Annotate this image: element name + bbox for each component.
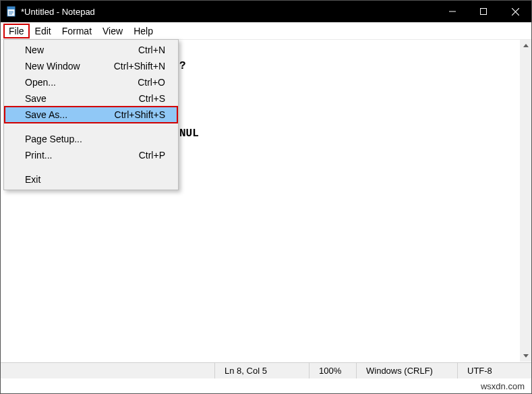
- status-encoding: UTF-8: [457, 363, 531, 378]
- status-line-ending: Windows (CRLF): [356, 363, 457, 378]
- menu-item-label: Print...: [25, 150, 52, 161]
- menu-item-label: New: [25, 45, 44, 55]
- menu-item-shortcut: Ctrl+O: [138, 77, 165, 88]
- window-title: *Untitled - Notepad: [21, 7, 437, 17]
- menu-view[interactable]: View: [97, 24, 128, 38]
- menubar: File Edit Format View Help: [1, 22, 531, 40]
- menu-item-label: Exit: [25, 174, 40, 185]
- menu-edit[interactable]: Edit: [30, 24, 57, 38]
- document-text-fragment: NUL: [179, 128, 199, 140]
- menu-item-shortcut: Ctrl+N: [138, 45, 165, 55]
- menu-item-label: Save: [25, 93, 47, 104]
- menu-file[interactable]: File: [3, 24, 30, 38]
- menu-item-new[interactable]: New Ctrl+N: [5, 42, 177, 58]
- statusbar: Ln 8, Col 5 100% Windows (CRLF) UTF-8: [1, 362, 531, 378]
- menu-item-exit[interactable]: Exit: [5, 171, 177, 188]
- svg-rect-1: [7, 7, 15, 9]
- menu-item-label: New Window: [25, 61, 80, 72]
- menu-format[interactable]: Format: [57, 24, 97, 38]
- status-zoom: 100%: [309, 363, 356, 378]
- menu-item-label: Save As...: [25, 109, 67, 120]
- menu-item-page-setup[interactable]: Page Setup...: [5, 131, 177, 147]
- file-menu-dropdown: New Ctrl+N New Window Ctrl+Shift+N Open.…: [3, 39, 179, 190]
- watermark: wsxdn.com: [1, 378, 531, 393]
- menu-item-shortcut: Ctrl+Shift+N: [114, 61, 165, 72]
- vertical-scrollbar[interactable]: [520, 40, 531, 362]
- menu-item-save[interactable]: Save Ctrl+S: [5, 90, 177, 107]
- menu-item-label: Open...: [25, 77, 56, 88]
- svg-marker-10: [523, 354, 529, 358]
- menu-item-print[interactable]: Print... Ctrl+P: [5, 147, 177, 163]
- notepad-icon: [6, 6, 17, 17]
- svg-rect-6: [481, 9, 487, 15]
- menu-item-shortcut: Ctrl+P: [139, 150, 165, 161]
- menu-item-open[interactable]: Open... Ctrl+O: [5, 74, 177, 90]
- window-controls: [437, 1, 531, 22]
- svg-marker-9: [523, 44, 529, 47]
- status-position: Ln 8, Col 5: [214, 363, 309, 378]
- scroll-down-icon[interactable]: [520, 350, 531, 362]
- menu-item-save-as[interactable]: Save As... Ctrl+Shift+S: [5, 107, 177, 123]
- menu-item-label: Page Setup...: [25, 134, 82, 144]
- menu-item-shortcut: Ctrl+S: [139, 93, 165, 104]
- document-text-fragment: ?: [179, 60, 186, 72]
- menu-item-shortcut: Ctrl+Shift+S: [115, 109, 165, 120]
- menu-item-new-window[interactable]: New Window Ctrl+Shift+N: [5, 58, 177, 74]
- close-button[interactable]: [499, 1, 531, 22]
- maximize-button[interactable]: [468, 1, 499, 22]
- titlebar: *Untitled - Notepad: [1, 1, 531, 22]
- menu-help[interactable]: Help: [128, 24, 158, 38]
- minimize-button[interactable]: [437, 1, 468, 22]
- scroll-up-icon[interactable]: [520, 40, 531, 51]
